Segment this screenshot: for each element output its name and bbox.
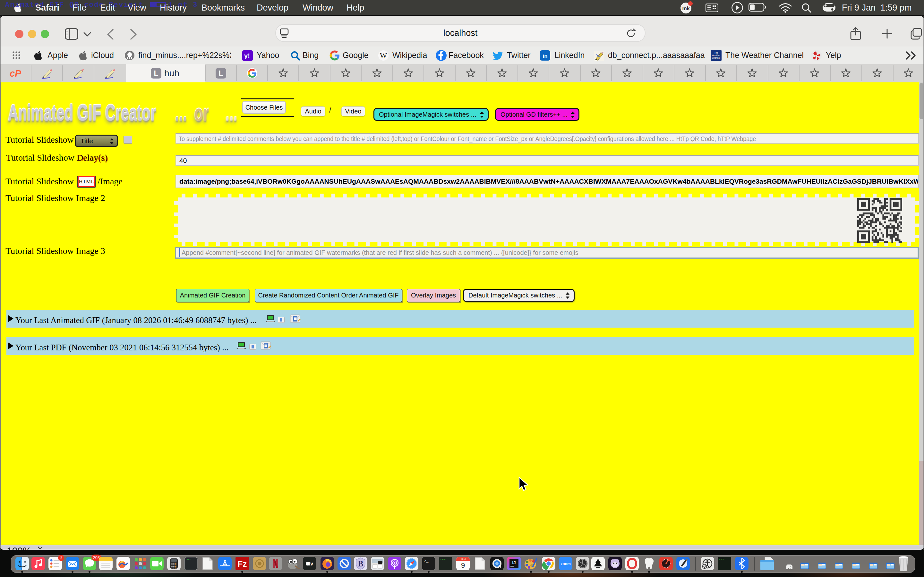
svg-text:L: L [218,69,223,77]
svg-text:Weather: Weather [712,54,720,56]
svg-text:Channel: Channel [712,57,720,59]
svg-text:huh: huh [164,68,179,78]
svg-text:y!: y! [244,52,250,59]
svg-text:cP: cP [10,68,22,79]
svg-text:W: W [380,51,387,60]
svg-text:in: in [543,53,548,59]
svg-text:L: L [153,69,158,77]
svg-text:The: The [714,52,718,54]
